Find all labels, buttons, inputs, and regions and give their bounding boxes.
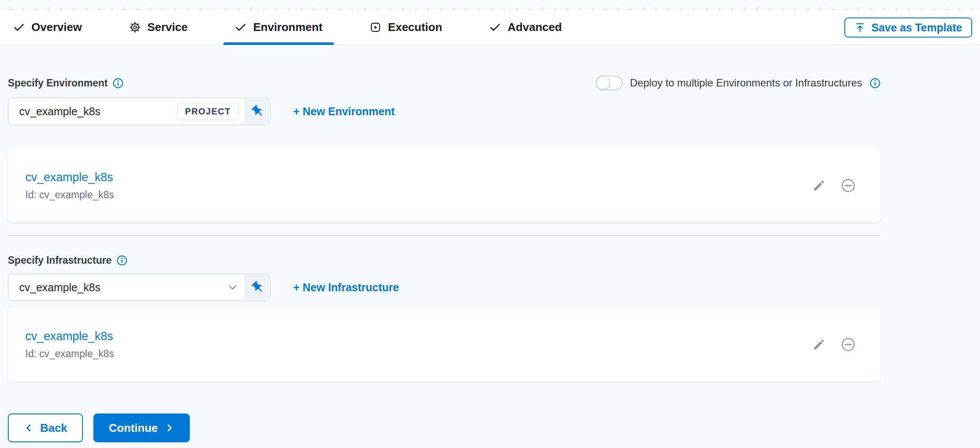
infrastructure-card-link[interactable]: cv_example_k8s [25,330,113,343]
tab-advanced[interactable]: Advanced [478,10,573,45]
stage-tabbar: Overview Service Environment Execution A… [0,10,980,45]
tab-label: Service [147,21,188,34]
tab-environment[interactable]: Environment [223,10,334,45]
pushpin-icon [251,280,265,294]
infrastructure-select-control: cv_example_k8s [8,273,271,301]
tab-label: Execution [388,21,442,34]
environment-value: cv_example_k8s [19,105,100,118]
toggle-knob [597,77,609,89]
continue-button[interactable]: Continue [93,414,190,442]
upload-icon [854,22,866,33]
gear-icon [129,21,141,33]
section-divider [8,235,881,236]
tab-label: Environment [253,21,322,34]
environment-card: cv_example_k8s Id: cv_example_k8s [8,149,881,222]
environment-input[interactable]: cv_example_k8s PROJECT [8,98,245,125]
tab-label: Advanced [507,21,562,34]
environment-tab-panel: Specify Environment Deploy to multiple E… [0,45,980,448]
new-infrastructure-link[interactable]: + New Infrastructure [293,281,399,294]
check-icon [235,21,247,33]
infrastructure-select[interactable]: cv_example_k8s [8,274,245,301]
check-icon [13,21,25,33]
chevron-down-icon [226,281,239,293]
environment-card-link[interactable]: cv_example_k8s [25,171,113,184]
pushpin-icon [251,104,265,118]
specify-environment-label: Specify Environment [8,77,123,89]
continue-label: Continue [109,421,158,435]
edit-pencil-icon[interactable] [812,338,826,351]
check-icon [489,21,501,33]
multi-deploy-toggle[interactable] [596,76,623,90]
multi-deploy-toggle-label: Deploy to multiple Environments or Infra… [630,77,862,89]
tab-service[interactable]: Service [118,10,199,45]
infrastructure-value: cv_example_k8s [19,281,100,294]
chevron-right-icon [164,423,175,433]
save-as-template-label: Save as Template [871,21,962,34]
multi-deploy-toggle-group: Deploy to multiple Environments or Infra… [596,76,881,90]
play-box-icon [370,21,381,33]
pin-button[interactable] [245,98,270,125]
canvas-dotted-strip [0,0,980,10]
back-label: Back [40,421,67,435]
infrastructure-card: cv_example_k8s Id: cv_example_k8s [8,308,881,381]
new-environment-link[interactable]: + New Environment [293,105,395,118]
specify-infrastructure-label: Specify Infrastructure [8,255,127,266]
save-as-template-button[interactable]: Save as Template [844,17,972,38]
tab-overview[interactable]: Overview [2,10,93,45]
info-icon[interactable] [870,78,881,89]
tab-label: Overview [31,21,82,34]
chevron-left-icon [24,423,34,433]
pin-button[interactable] [245,274,270,301]
remove-minus-circle-icon[interactable] [840,337,856,352]
environment-select-control: cv_example_k8s PROJECT [8,97,271,125]
project-scope-badge: PROJECT [177,103,239,120]
remove-minus-circle-icon[interactable] [840,178,856,193]
environment-card-id: Id: cv_example_k8s [25,189,881,201]
infrastructure-card-id: Id: cv_example_k8s [25,348,881,360]
tab-execution[interactable]: Execution [358,10,453,45]
back-button[interactable]: Back [8,414,83,442]
edit-pencil-icon[interactable] [812,179,826,192]
info-icon[interactable] [117,255,127,266]
info-icon[interactable] [113,78,123,89]
